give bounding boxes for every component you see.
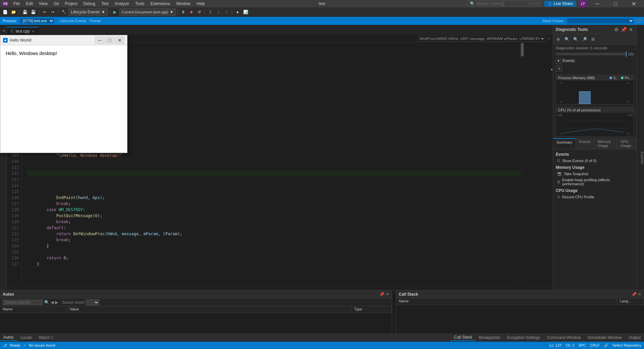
autos-pin-btn[interactable]: 📌 bbox=[379, 292, 384, 297]
tab-watch-1[interactable]: Watch 1 bbox=[35, 335, 57, 341]
build-btn[interactable]: 🔨 bbox=[60, 8, 68, 16]
stack-frame-pin[interactable]: 📌 bbox=[637, 19, 641, 23]
call-stack-pin-btn[interactable]: 📌 bbox=[632, 292, 637, 297]
menu-test[interactable]: Test bbox=[99, 1, 111, 7]
tab-call-stack[interactable]: Call Stack bbox=[451, 334, 476, 341]
tab-close[interactable]: ✕ bbox=[32, 30, 35, 33]
search-depth-select[interactable] bbox=[86, 299, 99, 305]
menu-window[interactable]: Window bbox=[173, 1, 193, 7]
menu-git[interactable]: Git bbox=[51, 1, 61, 7]
status-ready[interactable]: Ready bbox=[10, 343, 20, 347]
status-encoding[interactable]: CRLF bbox=[590, 343, 600, 347]
hello-maximize-btn[interactable]: □ bbox=[105, 37, 114, 44]
diag-tab-summary[interactable]: Summary bbox=[553, 138, 576, 149]
config-dropdown[interactable]: Lifecycle Events ▼ bbox=[68, 8, 108, 16]
menu-tools[interactable]: Tools bbox=[132, 1, 147, 7]
autos-forward-btn[interactable]: ▶ bbox=[55, 300, 58, 305]
menu-debug[interactable]: Debug bbox=[81, 1, 98, 7]
hello-minimize-btn[interactable]: ─ bbox=[95, 37, 104, 44]
diag-zoom-out-btn[interactable]: 🔎 bbox=[581, 36, 588, 43]
menu-project[interactable]: Project bbox=[62, 1, 80, 7]
diag-timeline[interactable]: 10s bbox=[553, 51, 637, 57]
call-stack-close-btn[interactable]: ✕ bbox=[638, 292, 641, 297]
diag-tab-cpu[interactable]: CPU Usage bbox=[617, 138, 637, 149]
tab-autos[interactable]: Autos bbox=[0, 334, 17, 341]
minimize-button[interactable]: ─ bbox=[590, 0, 605, 7]
breakpoint-btn[interactable]: ● bbox=[234, 8, 241, 16]
close-button[interactable]: ✕ bbox=[626, 0, 641, 7]
diag-refresh-btn[interactable]: 🔍 bbox=[563, 36, 571, 43]
open-btn[interactable]: 📁 bbox=[10, 8, 17, 16]
profile-icon[interactable]: LP bbox=[579, 0, 587, 8]
events-pause-btn[interactable]: ⏸ bbox=[556, 65, 562, 71]
search-depth-label: Search Depth bbox=[62, 300, 85, 304]
status-col[interactable]: Ch: 2 bbox=[566, 343, 574, 347]
diag-btn[interactable]: 📊 bbox=[242, 8, 250, 16]
step-out-btn[interactable]: ↑ bbox=[223, 8, 230, 16]
autos-scrollbar[interactable] bbox=[392, 290, 396, 334]
restart-btn[interactable]: ↺ bbox=[196, 8, 203, 16]
menu-extensions[interactable]: Extensions bbox=[148, 1, 173, 7]
pause-btn[interactable]: ⏸ bbox=[179, 8, 187, 16]
diag-settings-btn[interactable]: ⚙ bbox=[613, 27, 619, 33]
events-header[interactable]: ▼ Events bbox=[556, 58, 634, 63]
tab-immediate-window[interactable]: Immediate Window bbox=[584, 335, 625, 341]
status-select-repo[interactable]: Select Repository bbox=[612, 343, 641, 347]
summary-take-snapshot[interactable]: 📷 Take Snapshot bbox=[556, 170, 634, 177]
search-icon[interactable]: 🔍 bbox=[44, 300, 49, 305]
menu-file[interactable]: File bbox=[11, 1, 22, 7]
diag-close-btn[interactable]: ✕ bbox=[628, 27, 634, 33]
window-title: test bbox=[319, 1, 325, 6]
stack-frame-select[interactable] bbox=[567, 18, 634, 24]
maximize-button[interactable]: □ bbox=[608, 0, 623, 7]
tab-command-window[interactable]: Command Window bbox=[544, 335, 584, 341]
save-all-btn[interactable]: 💾 bbox=[30, 8, 37, 16]
process-select[interactable]: [5776] test.exe bbox=[20, 18, 54, 24]
status-no-issues[interactable]: No issues found bbox=[29, 343, 55, 347]
search-box[interactable]: 🔍 (Ctrl+Q) bbox=[468, 1, 541, 7]
diag-tab-memory[interactable]: Memory Usage bbox=[594, 138, 617, 149]
diag-select-process-btn[interactable]: ⊕ bbox=[554, 36, 562, 43]
tab-breakpoints[interactable]: Breakpoints bbox=[476, 335, 503, 341]
menu-analyze[interactable]: Analyze bbox=[112, 1, 132, 7]
summary-heap-profiling[interactable]: ⊞ Enable heap profiling (affects perform… bbox=[556, 177, 634, 187]
scrollbar-thumb[interactable] bbox=[521, 43, 524, 56]
diag-tab-events[interactable]: Events bbox=[576, 138, 594, 149]
menu-edit[interactable]: Edit bbox=[23, 1, 36, 7]
live-share-button[interactable]: 👤 Live Share bbox=[544, 1, 576, 7]
summary-record-cpu[interactable]: ⊙ Record CPU Profile bbox=[556, 194, 634, 200]
diag-pin-btn[interactable]: 📌 bbox=[621, 27, 627, 33]
start-dropdown[interactable]: Current Document (test.cpp) ▼ bbox=[119, 8, 176, 16]
menu-view[interactable]: View bbox=[36, 1, 50, 7]
autos-search-input[interactable] bbox=[3, 300, 43, 305]
code-tab-test-cpp[interactable]: C test.cpp ✕ bbox=[7, 27, 39, 35]
tab-output[interactable]: Output bbox=[625, 335, 644, 341]
autos-back-btn[interactable]: ◀ bbox=[51, 300, 54, 305]
tab-exception-settings[interactable]: Exception Settings bbox=[503, 335, 543, 341]
hello-close-btn[interactable]: ✕ bbox=[115, 37, 124, 44]
status-position[interactable]: Ln: 127 bbox=[549, 343, 561, 347]
location-plus[interactable]: + bbox=[548, 37, 550, 41]
memory-chart-header: Process Memory (MB) S... Pri... bbox=[556, 75, 634, 81]
status-space[interactable]: SPC bbox=[578, 343, 586, 347]
undo-btn[interactable]: ↩ bbox=[41, 8, 48, 16]
autos-close-btn[interactable]: ✕ bbox=[386, 292, 389, 297]
step-over-btn[interactable]: ⤵ bbox=[207, 8, 214, 16]
diag-filter-btn[interactable]: ⊞ bbox=[589, 36, 597, 43]
tab-locals[interactable]: Locals bbox=[17, 335, 36, 341]
stop-btn[interactable]: ■ bbox=[187, 8, 195, 16]
save-btn[interactable]: 💾 bbox=[21, 8, 29, 16]
vertical-scrollbar[interactable] bbox=[520, 42, 524, 286]
search-input[interactable] bbox=[476, 1, 527, 6]
menu-help[interactable]: Help bbox=[194, 1, 208, 7]
start-btn[interactable]: ▶ bbox=[111, 8, 119, 16]
step-into-btn[interactable]: ↓ bbox=[215, 8, 222, 16]
events-toggle[interactable]: ▼ bbox=[556, 58, 561, 63]
code-horizontal-scrollbar[interactable] bbox=[7, 286, 553, 290]
new-file-btn[interactable]: 📄 bbox=[1, 8, 9, 16]
diag-zoom-in-btn[interactable]: 🔍 bbox=[572, 36, 579, 43]
timeline-track[interactable] bbox=[556, 53, 627, 55]
redo-btn[interactable]: ↪ bbox=[49, 8, 56, 16]
summary-show-events[interactable]: ⊡ Show Events (0 of 0) bbox=[556, 157, 634, 164]
function-select[interactable]: WndProc(HWND hWnd, UINT message, WPARAM … bbox=[418, 36, 545, 42]
